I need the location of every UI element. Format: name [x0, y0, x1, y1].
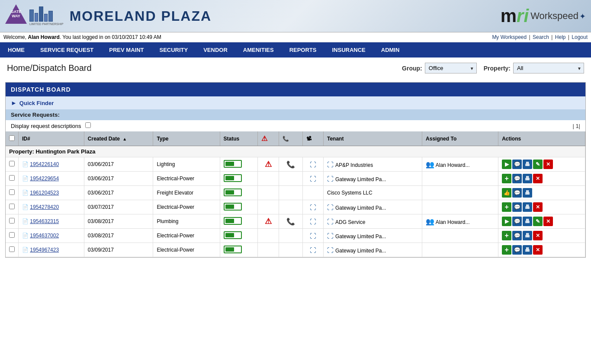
action-add-button[interactable]: +: [502, 202, 511, 212]
th-actions: Actions: [498, 131, 585, 146]
action-close-button[interactable]: ✕: [543, 217, 553, 226]
header-left: GATEWAY LIMITED PARTNERSHIP MORE: [5, 4, 212, 28]
user-group-icon: 👥: [426, 218, 434, 225]
row-checkbox-cell[interactable]: [6, 200, 19, 214]
action-play-button[interactable]: ▶: [502, 160, 511, 169]
action-close-button[interactable]: ✕: [543, 160, 553, 169]
group-select-wrapper[interactable]: Office Retail Industrial: [425, 63, 477, 73]
action-edit-button[interactable]: ✎: [533, 217, 543, 226]
action-close-button[interactable]: ✕: [533, 174, 543, 183]
action-print-button[interactable]: 🖶: [523, 174, 532, 183]
property-select[interactable]: All Huntington Park Plaza Moreland Plaza: [513, 63, 584, 73]
row-actions: +💬🖶✕: [498, 243, 585, 257]
action-close-button[interactable]: ✕: [533, 245, 543, 255]
row-checkbox[interactable]: [9, 232, 15, 238]
nav-vendor[interactable]: VENDOR: [196, 42, 235, 57]
id-link[interactable]: 1954967423: [30, 247, 59, 253]
row-tenant: ⛶Gateway Limited Pa...: [323, 200, 422, 214]
action-chat-button[interactable]: 💬: [512, 217, 522, 226]
action-print-button[interactable]: 🖶: [523, 202, 532, 212]
action-chat-button[interactable]: 💬: [512, 188, 522, 198]
th-assigned-to[interactable]: Assigned To: [422, 131, 498, 146]
doc-icon: 📄: [22, 204, 29, 210]
table-row: 📄 195463231503/08/2017Plumbing⚠📞⛶⛶ADG Se…: [6, 214, 585, 229]
sort-arrow-icon: ▲: [122, 137, 127, 141]
display-checkbox[interactable]: [85, 122, 91, 128]
action-chat-button[interactable]: 💬: [512, 245, 522, 255]
th-id[interactable]: ID#: [19, 131, 84, 146]
row-monitor: ⛶: [303, 214, 324, 229]
th-status[interactable]: Status: [220, 131, 258, 146]
action-print-button[interactable]: 🖶: [523, 217, 532, 226]
status-bar-fill: [225, 162, 234, 166]
status-bar: [224, 217, 242, 225]
action-add-button[interactable]: +: [502, 174, 511, 183]
row-checkbox[interactable]: [9, 189, 15, 195]
action-thumb-button[interactable]: 👍: [502, 188, 511, 198]
id-link[interactable]: 1954229654: [30, 176, 59, 182]
logout-link[interactable]: Logout: [572, 34, 588, 40]
row-checkbox[interactable]: [9, 204, 15, 209]
search-link[interactable]: Search: [533, 34, 549, 40]
action-play-button[interactable]: ▶: [502, 217, 511, 226]
id-link[interactable]: 1961204523: [30, 190, 59, 196]
row-checkbox-cell[interactable]: [6, 157, 19, 172]
action-print-button[interactable]: 🖶: [523, 231, 532, 240]
nav-home[interactable]: HOME: [0, 42, 32, 57]
row-checkbox[interactable]: [9, 161, 15, 166]
row-assigned: [422, 229, 498, 243]
action-close-button[interactable]: ✕: [533, 202, 543, 212]
id-link[interactable]: 1954637002: [30, 233, 59, 239]
nav-security[interactable]: SECURITY: [151, 42, 196, 57]
nav-prev-maint[interactable]: PREV MAINT: [101, 42, 151, 57]
action-close-button[interactable]: ✕: [533, 231, 543, 240]
nav-amenities[interactable]: AMENITIES: [235, 42, 282, 57]
action-add-button[interactable]: +: [502, 231, 511, 240]
help-link[interactable]: Help: [555, 34, 566, 40]
action-print-button[interactable]: 🖶: [523, 160, 532, 169]
id-link[interactable]: 1954226140: [30, 161, 59, 167]
action-chat-button[interactable]: 💬: [512, 160, 522, 169]
nav-admin[interactable]: ADMIN: [373, 42, 408, 57]
select-all-checkbox[interactable]: [9, 135, 15, 141]
doc-icon: 📄: [22, 218, 29, 224]
nav-service-request[interactable]: SERVICE REQUEST: [32, 42, 101, 57]
my-workspeed-link[interactable]: My Workspeed: [492, 34, 527, 40]
doc-icon: 📄: [22, 176, 29, 182]
row-checkbox-cell[interactable]: [6, 229, 19, 243]
welcome-links[interactable]: My Workspeed | Search | Help | Logout: [492, 34, 588, 40]
row-checkbox-cell[interactable]: [6, 172, 19, 186]
id-link[interactable]: 1954278420: [30, 204, 59, 210]
group-select[interactable]: Office Retail Industrial: [425, 63, 477, 73]
action-print-button[interactable]: 🖶: [523, 245, 532, 255]
page-indicator: | 1|: [572, 123, 580, 129]
row-checkbox-cell[interactable]: [6, 243, 19, 257]
row-checkbox-cell[interactable]: [6, 214, 19, 229]
th-type[interactable]: Type: [153, 131, 220, 146]
quick-finder[interactable]: ► Quick Finder: [6, 96, 585, 109]
status-bar: [224, 231, 242, 239]
action-add-button[interactable]: +: [502, 245, 511, 255]
action-chat-button[interactable]: 💬: [512, 174, 522, 183]
action-print-button[interactable]: 🖶: [523, 188, 532, 198]
row-checkbox[interactable]: [9, 218, 15, 224]
action-chat-button[interactable]: 💬: [512, 202, 522, 212]
mri-logo: mri Workspeed✦: [501, 7, 586, 25]
row-checkbox[interactable]: [9, 175, 15, 181]
property-select-wrapper[interactable]: All Huntington Park Plaza Moreland Plaza: [513, 63, 584, 73]
monitor-icon: ⛶: [310, 175, 316, 182]
row-checkbox-cell[interactable]: [6, 186, 19, 200]
row-status: [220, 229, 258, 243]
row-alert: [258, 200, 279, 214]
id-link[interactable]: 1954632315: [30, 218, 59, 224]
nav-insurance[interactable]: INSURANCE: [324, 42, 373, 57]
row-checkbox[interactable]: [9, 246, 15, 252]
th-created-date[interactable]: Created Date ▲: [84, 131, 153, 146]
action-chat-button[interactable]: 💬: [512, 231, 522, 240]
nav-reports[interactable]: REPORTS: [282, 42, 324, 57]
action-edit-button[interactable]: ✎: [533, 160, 543, 169]
mri-r: r: [517, 6, 524, 26]
workspeed-area: Workspeed✦: [530, 10, 586, 22]
property-label: Property:: [484, 65, 511, 72]
th-tenant[interactable]: Tenant: [323, 131, 422, 146]
